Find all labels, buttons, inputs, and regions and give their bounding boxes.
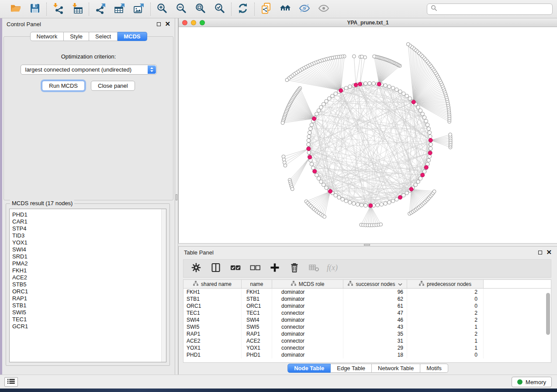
table-row[interactable]: SWI5SWI5connector431 (183, 323, 551, 330)
table-row[interactable]: SWI4SWI4dominator462 (183, 316, 551, 323)
close-window-icon[interactable] (182, 20, 187, 25)
zoom-window-icon[interactable] (200, 20, 205, 25)
table-row[interactable]: STB1STB1dominator620 (183, 296, 551, 303)
table-toolbar: f(x) (183, 259, 551, 278)
select-stepper-icon (148, 65, 156, 74)
duplicate-network-button[interactable] (259, 2, 273, 16)
criterion-select[interactable]: largest connected component (undirected) (21, 65, 157, 75)
select-all-button[interactable] (229, 262, 242, 275)
column-header-name[interactable]: name (242, 280, 272, 288)
float-panel-icon[interactable] (538, 251, 542, 254)
tab-network[interactable]: Network (30, 32, 64, 41)
table-cell: 2 (407, 316, 484, 323)
mcds-node-item[interactable]: ORC1 (12, 288, 166, 295)
zoom-selected-button[interactable] (213, 2, 227, 16)
splitter-grip-icon[interactable] (364, 244, 370, 246)
column-header-MCDS-role[interactable]: MCDS role (272, 280, 343, 288)
close-panel-button[interactable]: Close panel (91, 81, 135, 91)
delete-column-button[interactable] (288, 262, 301, 275)
mcds-node-item[interactable]: FKH1 (12, 267, 166, 274)
table-row[interactable]: ACE2ACE2connector311 (183, 337, 551, 344)
function-builder-icon: f(x) (326, 262, 341, 275)
close-panel-icon[interactable]: ✕ (165, 22, 170, 26)
memory-label: Memory (526, 379, 546, 385)
mcds-node-item[interactable]: RAP1 (12, 295, 166, 302)
mcds-node-item[interactable]: ACE2 (12, 274, 166, 281)
zoom-out-button[interactable] (174, 2, 188, 16)
tab-edge-table[interactable]: Edge Table (331, 364, 372, 373)
mcds-node-item[interactable]: STP4 (12, 225, 166, 232)
network-canvas[interactable] (179, 28, 557, 243)
table-row[interactable]: RAP1RAP1dominator352 (183, 330, 551, 337)
mcds-node-item[interactable]: TEC1 (12, 316, 166, 323)
horizontal-splitter[interactable] (178, 243, 557, 247)
save-session-button[interactable] (28, 2, 42, 16)
table-cell: connector (272, 309, 343, 316)
minimize-window-icon[interactable] (191, 20, 196, 25)
import-network-button[interactable] (51, 2, 65, 16)
mcds-node-item[interactable]: GCR1 (12, 323, 166, 330)
float-panel-icon[interactable] (157, 22, 161, 26)
table-cell: STB1 (242, 296, 272, 303)
open-file-button[interactable] (9, 2, 23, 16)
table-scrollbar-thumb[interactable] (546, 293, 550, 335)
mcds-node-item[interactable]: STB5 (12, 281, 166, 288)
memory-button[interactable]: Memory (512, 377, 552, 387)
table-row[interactable]: TEC1TEC1connector472 (183, 309, 551, 316)
zoom-in-button[interactable] (155, 2, 169, 16)
column-header-predecessor-nodes[interactable]: predecessor nodes (407, 280, 484, 288)
tab-select[interactable]: Select (89, 32, 118, 41)
table-cell: 46 (343, 316, 407, 323)
table-cell: SWI5 (183, 323, 242, 330)
show-all-button[interactable] (317, 2, 331, 16)
tab-motifs[interactable]: Motifs (420, 364, 448, 373)
column-header-successor-nodes[interactable]: successor nodes (343, 280, 407, 288)
mcds-node-item[interactable]: PMA2 (12, 260, 166, 267)
table-row[interactable]: ORC1ORC1dominator610 (183, 303, 551, 309)
settings-button[interactable] (190, 262, 202, 275)
control-panel: Control Panel ✕ NetworkStyleSelectMCDS O… (2, 18, 175, 375)
export-table-button[interactable] (113, 2, 127, 16)
mcds-node-item[interactable]: SRD1 (12, 253, 166, 260)
table-row[interactable]: PHD1PHD1dominator180 (183, 351, 551, 358)
import-table-button[interactable] (70, 2, 84, 16)
table-cell: dominator (272, 316, 343, 323)
tab-mcds[interactable]: MCDS (118, 32, 147, 41)
show-panels-button[interactable] (4, 377, 18, 387)
tab-network-table[interactable]: Network Table (372, 364, 420, 373)
table-row[interactable]: FKH1FKH1dominator962 (183, 289, 551, 296)
tab-style[interactable]: Style (64, 32, 89, 41)
table-cell: RAP1 (183, 330, 242, 337)
show-columns-button[interactable] (210, 262, 222, 275)
column-header-shared-name[interactable]: shared name (183, 280, 242, 288)
mcds-node-item[interactable]: SWI4 (12, 246, 166, 253)
hide-selected-button[interactable] (298, 2, 311, 16)
zoom-fit-button[interactable] (194, 2, 208, 16)
tab-node-table[interactable]: Node Table (287, 364, 331, 373)
optimization-criterion-label: Optimization criterion: (4, 53, 173, 60)
deselect-all-button[interactable] (249, 262, 261, 275)
mcds-list-scrollbar[interactable] (161, 209, 166, 362)
export-image-button[interactable] (132, 2, 146, 16)
export-network-button[interactable] (93, 2, 107, 16)
network-graph[interactable] (179, 28, 557, 243)
table-row[interactable]: YOX1YOX1connector291 (183, 344, 551, 351)
mcds-node-item[interactable]: YOX1 (12, 239, 166, 246)
mcds-result-list[interactable]: PHD1CAR1STP4TID3YOX1SWI4SRD1PMA2FKH1ACE2… (9, 209, 166, 362)
search-input[interactable] (440, 6, 549, 12)
refresh-view-button[interactable] (236, 2, 250, 16)
mcds-node-item[interactable]: SWI5 (12, 309, 166, 316)
mcds-node-item[interactable]: TID3 (12, 232, 166, 239)
splitter-grip-icon[interactable] (176, 194, 177, 200)
vertical-splitter[interactable] (175, 18, 178, 375)
mcds-node-item[interactable]: CAR1 (12, 218, 166, 225)
add-column-button[interactable] (269, 262, 281, 275)
mcds-node-item[interactable]: STB1 (12, 302, 166, 309)
close-panel-icon[interactable]: ✕ (546, 250, 552, 254)
first-neighbors-button[interactable] (278, 2, 292, 16)
save-session-icon (29, 3, 41, 16)
mcds-node-item[interactable]: PHD1 (12, 211, 166, 218)
run-mcds-button[interactable]: Run MCDS (42, 81, 85, 91)
mcds-result-group: MCDS result (17 nodes) PHD1CAR1STP4TID3Y… (6, 203, 170, 366)
search-box[interactable] (427, 3, 553, 15)
